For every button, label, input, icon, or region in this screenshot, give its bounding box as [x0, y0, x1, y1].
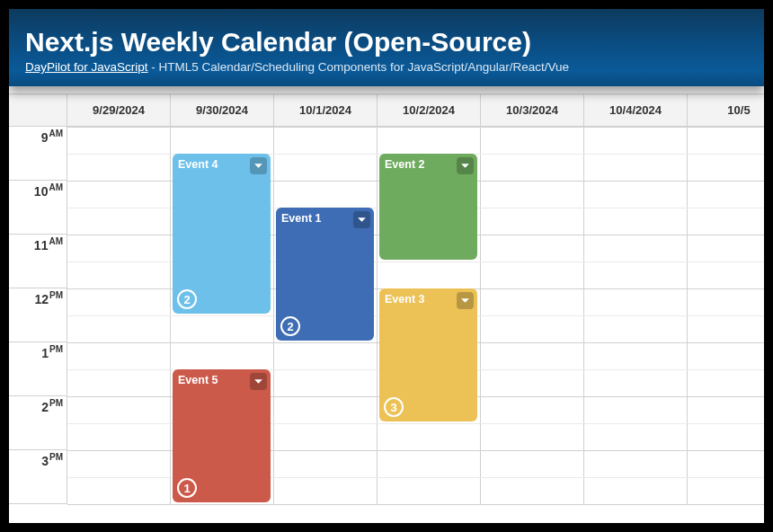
chevron-down-icon[interactable] — [250, 157, 267, 174]
event-badge: 2 — [177, 289, 197, 309]
date-header-cell: 10/5 — [688, 94, 764, 126]
chevron-down-icon[interactable] — [250, 373, 267, 390]
hour-label: 11AM — [34, 236, 63, 253]
hour-label: 10AM — [34, 182, 63, 199]
page-subtitle: DayPilot for JavaScript - HTML5 Calendar… — [25, 60, 748, 74]
daypilot-link[interactable]: DayPilot for JavaScript — [25, 60, 148, 74]
calendar-event[interactable]: Event 2 — [379, 154, 477, 260]
event-badge: 3 — [384, 397, 404, 417]
time-ruler-hour: 1PM — [9, 342, 67, 396]
hour-label: 12PM — [34, 290, 63, 306]
time-ruler-hour: 9AM — [9, 127, 67, 181]
time-ruler-hour: 2PM — [9, 396, 67, 450]
calendar-event[interactable]: Event 42 — [173, 154, 271, 314]
event-badge: 2 — [280, 316, 300, 336]
calendar-date-header: 9/29/20249/30/202410/1/202410/2/202410/3… — [9, 94, 764, 127]
date-header-cell: 10/3/2024 — [481, 94, 584, 126]
date-header-cell: 10/4/2024 — [584, 94, 688, 126]
time-ruler: 9AM10AM11AM12PM1PM2PM3PM — [9, 127, 67, 504]
grid-hour-line — [67, 127, 764, 128]
chevron-down-icon[interactable] — [353, 211, 370, 228]
page-header: Next.js Weekly Calendar (Open-Source) Da… — [9, 9, 764, 86]
time-axis-corner — [9, 94, 67, 126]
date-header-cell: 9/29/2024 — [67, 94, 171, 126]
calendar-event[interactable]: Event 51 — [173, 369, 271, 502]
event-badge: 1 — [177, 478, 197, 498]
date-header-cell: 9/30/2024 — [171, 94, 274, 126]
hour-label: 9AM — [41, 129, 63, 145]
hour-label: 3PM — [41, 452, 63, 468]
calendar-event[interactable]: Event 33 — [379, 288, 477, 421]
page-title: Next.js Weekly Calendar (Open-Source) — [25, 27, 748, 58]
time-ruler-hour: 10AM — [9, 181, 67, 235]
calendar-grid[interactable]: Event 42Event 51Event 12Event 2Event 33 — [67, 127, 764, 504]
date-header-cell: 10/2/2024 — [378, 94, 481, 126]
calendar: 9/29/20249/30/202410/1/202410/2/202410/3… — [9, 93, 764, 504]
time-ruler-hour: 3PM — [9, 450, 67, 504]
chevron-down-icon[interactable] — [457, 157, 474, 174]
time-ruler-hour: 11AM — [9, 235, 67, 288]
grid-hour-line — [67, 504, 764, 505]
hour-label: 2PM — [41, 398, 63, 414]
calendar-event[interactable]: Event 12 — [276, 208, 374, 341]
time-ruler-hour: 12PM — [9, 288, 67, 342]
date-header-cell: 10/1/2024 — [274, 94, 378, 126]
chevron-down-icon[interactable] — [457, 292, 474, 309]
hour-label: 1PM — [41, 344, 63, 360]
subtitle-text: - HTML5 Calendar/Scheduling Components f… — [148, 60, 570, 74]
